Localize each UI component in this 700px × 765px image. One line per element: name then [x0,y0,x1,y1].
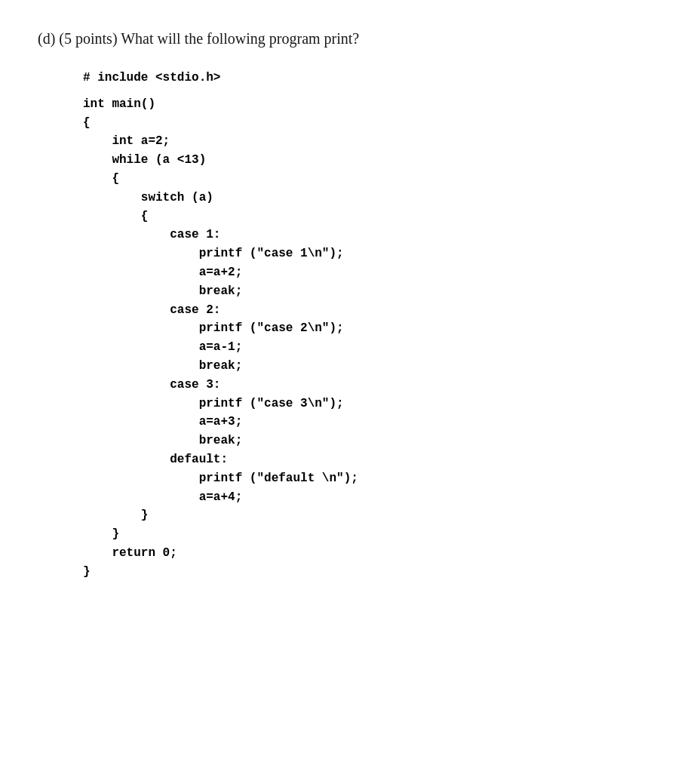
code-line-7: switch (a) [83,189,662,207]
code-line-1: # include <stdio.h> [83,69,662,88]
code-line-10: printf ("case 1\n"); [83,244,662,263]
code-line-23: a=a+4; [83,488,662,507]
code-line-17: case 3: [83,376,662,395]
code-line-24: } [83,506,662,525]
code-line-2: int main() [83,95,662,114]
code-line-13: case 2: [83,301,662,320]
code-line-9: case 1: [83,226,662,244]
code-line-26: return 0; [83,544,662,563]
code-line-6: { [83,170,662,189]
code-line-18: printf ("case 3\n"); [83,395,662,413]
code-line-15: a=a-1; [83,338,662,357]
code-block: # include <stdio.h> int main() { int a=2… [38,69,662,582]
code-line-5: while (a <13) [83,151,662,170]
question-header: (d) (5 points) What will the following p… [38,30,662,48]
code-line-19: a=a+3; [83,413,662,432]
code-line-25: } [83,525,662,544]
code-line-16: break; [83,357,662,376]
code-line-21: default: [83,450,662,469]
code-line-20: break; [83,432,662,450]
code-line-27: } [83,563,662,582]
code-line-8: { [83,207,662,226]
code-line-4: int a=2; [83,132,662,151]
question-container: (d) (5 points) What will the following p… [38,30,662,582]
code-line-11: a=a+2; [83,263,662,282]
code-line-12: break; [83,282,662,301]
code-line-3: { [83,114,662,133]
code-line-22: printf ("default \n"); [83,469,662,488]
code-line-14: printf ("case 2\n"); [83,319,662,338]
